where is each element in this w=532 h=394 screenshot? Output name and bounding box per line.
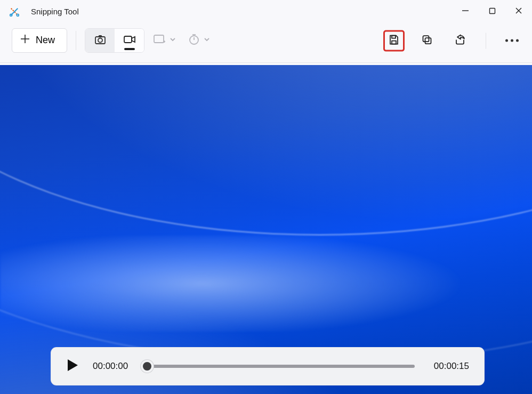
copy-button[interactable] bbox=[416, 30, 438, 51]
window-controls bbox=[452, 0, 532, 21]
svg-rect-18 bbox=[392, 35, 396, 38]
app-title: Snipping Tool bbox=[31, 7, 79, 16]
minimize-button[interactable] bbox=[452, 0, 479, 21]
chevron-down-icon bbox=[169, 36, 176, 45]
svg-rect-10 bbox=[124, 36, 132, 43]
video-icon bbox=[123, 33, 136, 49]
capture-mode-group bbox=[85, 28, 144, 53]
svg-rect-17 bbox=[392, 41, 396, 44]
svg-rect-20 bbox=[423, 36, 429, 42]
playback-track[interactable] bbox=[147, 365, 415, 368]
maximize-button[interactable] bbox=[479, 0, 505, 21]
more-button[interactable] bbox=[501, 30, 522, 51]
save-button[interactable] bbox=[383, 30, 405, 51]
svg-point-1 bbox=[17, 14, 19, 16]
separator bbox=[486, 33, 486, 49]
play-icon bbox=[66, 358, 79, 374]
playback-duration: 00:00:15 bbox=[434, 361, 469, 372]
playback-position: 00:00:00 bbox=[93, 361, 128, 372]
delay-dropdown[interactable] bbox=[185, 28, 214, 53]
timer-icon bbox=[188, 34, 200, 47]
separator bbox=[76, 31, 76, 50]
svg-rect-11 bbox=[154, 35, 164, 43]
camera-icon bbox=[94, 33, 107, 48]
new-button-label: New bbox=[36, 35, 55, 46]
screenshot-mode-button[interactable] bbox=[85, 28, 115, 53]
share-button[interactable] bbox=[449, 30, 471, 51]
playback-thumb[interactable] bbox=[141, 360, 154, 373]
app-icon bbox=[10, 7, 19, 17]
snip-shape-dropdown[interactable] bbox=[150, 28, 180, 53]
rect-shape-icon bbox=[153, 34, 166, 47]
plus-icon bbox=[20, 34, 30, 47]
play-button[interactable] bbox=[66, 358, 79, 374]
wallpaper-glow bbox=[0, 236, 532, 332]
chevron-down-icon bbox=[203, 36, 211, 45]
video-mode-button[interactable] bbox=[115, 28, 144, 53]
title-bar: Snipping Tool bbox=[0, 0, 532, 21]
playback-bar: 00:00:00 00:00:15 bbox=[51, 348, 484, 385]
toolbar: New bbox=[0, 21, 532, 63]
svg-point-9 bbox=[98, 38, 102, 42]
new-button[interactable]: New bbox=[12, 28, 67, 53]
video-preview: 00:00:00 00:00:15 bbox=[0, 65, 532, 394]
close-button[interactable] bbox=[505, 0, 532, 21]
save-icon bbox=[388, 34, 400, 47]
svg-marker-21 bbox=[68, 359, 78, 371]
svg-rect-3 bbox=[489, 8, 495, 13]
toolbar-right bbox=[383, 30, 522, 51]
svg-rect-19 bbox=[425, 38, 431, 44]
copy-icon bbox=[422, 34, 432, 47]
more-icon bbox=[505, 39, 519, 42]
share-icon bbox=[454, 34, 466, 47]
